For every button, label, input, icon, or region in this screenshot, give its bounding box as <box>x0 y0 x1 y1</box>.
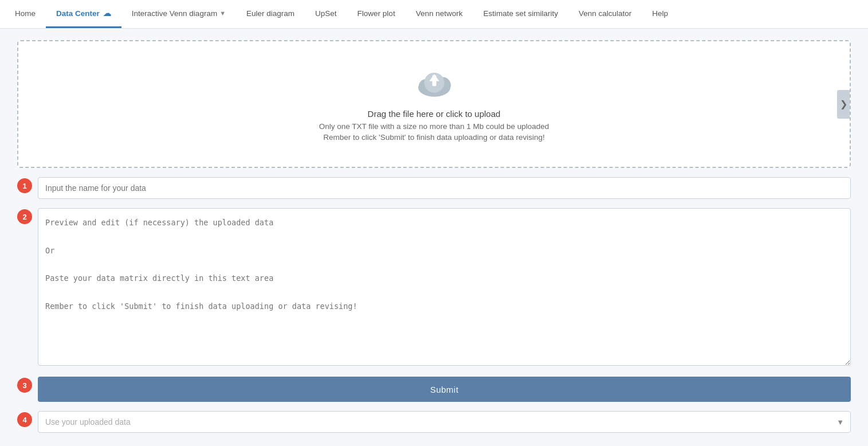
step-3-badge: 3 <box>17 378 32 393</box>
scroll-arrow[interactable]: ❯ <box>837 90 850 119</box>
submit-button[interactable]: Submit <box>38 377 851 402</box>
nav-label-venn-calculator: Venn calculator <box>579 9 631 18</box>
step-2-row: 2 <box>17 208 851 367</box>
nav-label-flower-plot: Flower plot <box>358 9 395 18</box>
navbar: Home Data Center ☁ Interactive Venn diag… <box>0 0 868 29</box>
nav-item-estimate-set[interactable]: Estimate set similarity <box>473 0 568 28</box>
uploaded-data-select[interactable]: Use your uploaded data <box>38 411 851 433</box>
nav-label-help: Help <box>652 9 668 18</box>
main-content: Drag the file here or click to upload On… <box>0 29 868 444</box>
upload-remind-text: Rember to click 'Submit' to finish data … <box>323 133 544 142</box>
nav-item-venn-calculator[interactable]: Venn calculator <box>568 0 642 28</box>
step-2-badge: 2 <box>17 209 32 224</box>
data-name-input[interactable] <box>38 177 851 199</box>
step-1-badge: 1 <box>17 178 32 193</box>
nav-label-data-center: Data Center <box>56 9 100 18</box>
nav-label-euler: Euler diagram <box>246 9 294 18</box>
nav-item-euler[interactable]: Euler diagram <box>236 0 305 28</box>
nav-label-home: Home <box>15 9 36 18</box>
step-3-content: Submit <box>38 377 851 402</box>
step-1-content <box>38 177 851 199</box>
chevron-down-icon: ▼ <box>219 10 226 17</box>
upload-cloud-icon <box>414 64 454 99</box>
nav-item-interactive-venn[interactable]: Interactive Venn diagram ▼ <box>121 0 236 28</box>
step-4-content: Use your uploaded data ▼ <box>38 411 851 433</box>
upload-zone[interactable]: Drag the file here or click to upload On… <box>17 40 851 168</box>
nav-label-venn-network: Venn network <box>416 9 463 18</box>
upload-limit-text: Only one TXT file with a size no more th… <box>319 122 549 131</box>
upload-drag-text: Drag the file here or click to upload <box>368 109 501 119</box>
nav-item-upset[interactable]: UpSet <box>305 0 347 28</box>
nav-item-help[interactable]: Help <box>642 0 678 28</box>
cloud-icon: ☁ <box>103 9 111 18</box>
nav-label-interactive-venn: Interactive Venn diagram <box>132 9 217 18</box>
nav-item-flower-plot[interactable]: Flower plot <box>347 0 406 28</box>
step-4-badge: 4 <box>17 412 32 427</box>
step-4-row: 4 Use your uploaded data ▼ <box>17 411 851 433</box>
step-2-content <box>38 208 851 367</box>
nav-item-data-center[interactable]: Data Center ☁ <box>46 0 121 28</box>
step-3-row: 3 Submit <box>17 377 851 402</box>
data-preview-textarea[interactable] <box>38 208 851 366</box>
nav-label-estimate-set: Estimate set similarity <box>483 9 558 18</box>
nav-item-venn-network[interactable]: Venn network <box>406 0 473 28</box>
step-1-row: 1 <box>17 177 851 199</box>
nav-label-upset: UpSet <box>315 9 337 18</box>
select-wrapper: Use your uploaded data ▼ <box>38 411 851 433</box>
nav-item-home[interactable]: Home <box>5 0 46 28</box>
